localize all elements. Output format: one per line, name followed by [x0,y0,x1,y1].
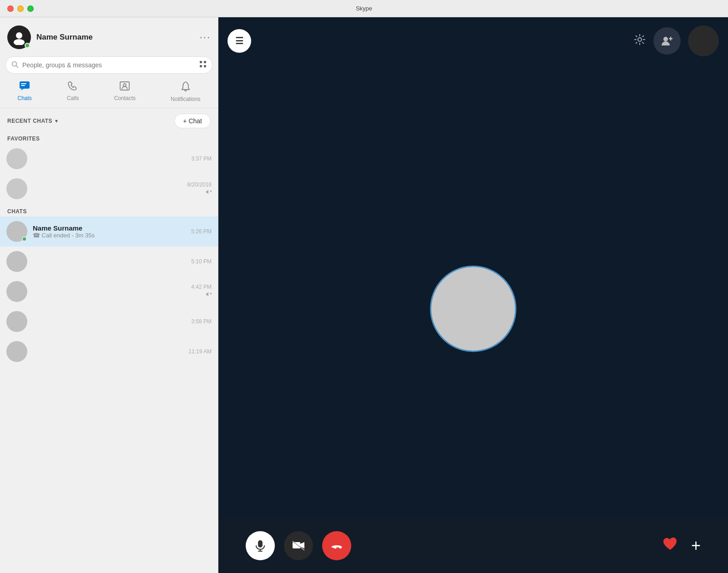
svg-point-0 [16,32,22,39]
minimize-button[interactable] [17,5,24,12]
chat-avatar-5 [6,341,27,362]
svg-rect-12 [120,82,129,90]
chat-item-5[interactable]: 11:19 AM [0,337,218,367]
chat-name-1: Name Surname [33,224,187,232]
chat-mute-icon-3 [205,291,212,299]
chat-time-5: 11:19 AM [188,348,212,355]
profile-header: Name Surname ··· [0,17,218,55]
nav-tabs: Chats Calls Contacts [0,77,218,108]
fav-mute-icon [205,189,212,196]
svg-rect-10 [21,83,26,84]
window-controls [7,5,34,12]
svg-point-18 [638,38,642,41]
chats-icon [19,81,30,94]
chat-item-1[interactable]: Name Surname ☎ Call ended - 3m 35s 5:26 … [0,216,218,246]
chat-time-1: 5:26 PM [191,228,212,235]
chat-avatar-3 [6,281,27,302]
call-center [218,17,728,573]
svg-rect-11 [21,85,25,86]
contacts-icon [119,81,130,94]
svg-rect-5 [204,61,206,63]
hamburger-icon: ☰ [235,36,244,45]
menu-button[interactable]: ☰ [228,29,251,53]
chat-item-2[interactable]: 5:10 PM [0,246,218,276]
chat-avatar-2 [6,251,27,272]
favorites-header: FAVORITES [0,132,218,144]
profile-name: Name Surname [36,33,200,42]
svg-line-3 [16,65,19,68]
svg-point-19 [663,37,668,41]
chat-item-4[interactable]: 3:58 PM [0,307,218,337]
svg-point-2 [12,61,17,66]
sidebar: Name Surname ··· [0,17,218,573]
settings-icon[interactable] [633,33,646,49]
chat-time-3: 4:42 PM [191,284,212,290]
title-bar: Skype [0,0,728,17]
maximize-button[interactable] [27,5,34,12]
search-icon [11,61,19,70]
close-button[interactable] [7,5,14,12]
svg-point-1 [14,39,25,45]
tab-calls-label: Calls [67,95,79,101]
fav-time-1: 3:37 PM [191,156,212,162]
call-top-right-actions [633,25,719,56]
chat-preview-1: ☎ Call ended - 3m 35s [33,232,187,239]
favorite-item-2[interactable]: 8/20/2018 [0,174,218,204]
heart-button[interactable] [662,537,678,555]
call-top-bar: ☰ [218,17,728,65]
svg-rect-6 [200,65,202,67]
end-call-button[interactable] [322,531,351,560]
app-title: Skype [356,5,372,12]
more-options-button[interactable]: ··· [200,31,211,43]
add-reaction-button[interactable]: + [691,538,701,554]
chat-list: RECENT CHATS ▾ + Chat FAVORITES 3:37 PM … [0,108,218,573]
call-panel: ☰ [218,17,728,573]
fav-avatar-1 [6,148,27,169]
microphone-button[interactable] [246,531,275,560]
call-profile-button[interactable] [688,25,719,56]
svg-rect-22 [258,540,263,548]
app-container: Name Surname ··· [0,17,728,573]
search-bar [5,56,212,74]
svg-rect-25 [293,542,300,548]
svg-rect-7 [204,65,206,67]
chat-online-dot-1 [22,236,27,241]
online-status-dot [25,43,30,48]
avatar-wrap [7,25,31,49]
chat-info-1: Name Surname ☎ Call ended - 3m 35s [33,224,187,239]
chat-time-mute-3: 4:42 PM [187,284,212,299]
video-button[interactable] [284,531,313,560]
tab-contacts[interactable]: Contacts [107,79,143,104]
chats-section-header: CHATS [0,204,218,216]
search-input[interactable] [22,61,199,69]
recent-chats-label: RECENT CHATS [7,118,52,124]
tab-chats[interactable]: Chats [10,79,39,104]
chat-time-4: 3:58 PM [191,318,212,325]
grid-icon[interactable] [199,60,207,70]
svg-rect-4 [200,61,202,63]
call-right-actions: + [662,537,701,555]
fav-avatar-2 [6,178,27,199]
call-avatar-large [430,266,516,352]
chevron-down-icon[interactable]: ▾ [55,118,58,124]
recent-chats-header: RECENT CHATS ▾ + Chat [0,108,218,132]
tab-notifications[interactable]: Notifications [163,79,207,104]
calls-icon [68,81,78,94]
chat-avatar-1 [6,221,27,242]
new-chat-button[interactable]: + Chat [174,114,211,128]
chat-time-2: 5:10 PM [191,258,212,265]
tab-calls[interactable]: Calls [60,79,86,104]
call-bottom-bar: + [218,518,728,573]
chat-item-3[interactable]: 4:42 PM [0,276,218,307]
add-person-button[interactable] [653,27,681,55]
chat-avatar-4 [6,311,27,332]
tab-contacts-label: Contacts [114,95,136,101]
fav-time-2: 8/20/2018 [187,181,212,188]
svg-marker-9 [21,89,24,90]
recent-chats-title-group: RECENT CHATS ▾ [7,118,58,124]
notifications-icon [181,81,191,95]
tab-notifications-label: Notifications [171,96,200,102]
tab-chats-label: Chats [18,95,32,101]
favorite-item-1[interactable]: 3:37 PM [0,144,218,174]
